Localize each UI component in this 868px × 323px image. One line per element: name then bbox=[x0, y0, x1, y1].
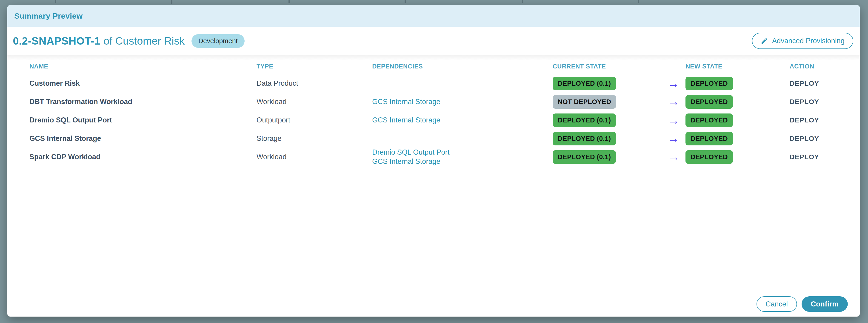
row-new-state-cell: DEPLOYED bbox=[685, 132, 789, 146]
action-label: DEPLOY bbox=[789, 98, 850, 106]
row-dependencies: Dremio SQL Output PortGCS Internal Stora… bbox=[372, 148, 553, 166]
row-type: Outputport bbox=[256, 116, 372, 124]
new-state-badge: DEPLOYED bbox=[685, 77, 733, 90]
table-row: Spark CDP Workload Workload Dremio SQL O… bbox=[29, 148, 850, 166]
current-state-badge: DEPLOYED (0.1) bbox=[553, 114, 616, 127]
confirm-button[interactable]: Confirm bbox=[802, 296, 848, 312]
column-header-type: TYPE bbox=[256, 63, 372, 70]
new-state-badge: DEPLOYED bbox=[685, 150, 733, 164]
row-new-state-cell: DEPLOYED bbox=[685, 150, 789, 164]
current-state-badge: DEPLOYED (0.1) bbox=[553, 77, 616, 90]
advanced-provisioning-button[interactable]: Advanced Provisioning bbox=[752, 33, 853, 49]
current-state-badge: DEPLOYED (0.1) bbox=[553, 150, 616, 164]
dependency-link[interactable]: GCS Internal Storage bbox=[372, 157, 440, 166]
transition-arrow-icon: → bbox=[668, 151, 680, 163]
pencil-icon bbox=[761, 37, 768, 44]
table-header-row: NAME TYPE DEPENDENCIES CURRENT STATE NEW… bbox=[29, 63, 850, 70]
background-glyph-fragment bbox=[55, 0, 56, 3]
row-name: DBT Transformation Workload bbox=[29, 98, 256, 106]
column-header-action: ACTION bbox=[789, 63, 850, 70]
row-current-state-cell: NOT DEPLOYED → bbox=[553, 95, 685, 109]
table-row: Dremio SQL Output Port Outputport GCS In… bbox=[29, 111, 850, 129]
transition-arrow-icon: → bbox=[668, 115, 680, 126]
current-state-badge: DEPLOYED (0.1) bbox=[553, 132, 616, 146]
table-row: Customer Risk Data Product DEPLOYED (0.1… bbox=[29, 74, 850, 93]
table-row: GCS Internal Storage Storage DEPLOYED (0… bbox=[29, 129, 850, 148]
cancel-button[interactable]: Cancel bbox=[756, 296, 797, 312]
background-glyph-fragment bbox=[171, 0, 173, 4]
version-label: 0.2-SNAPSHOT-1 bbox=[13, 35, 100, 47]
row-type: Data Product bbox=[256, 79, 372, 88]
dialog-footer: Cancel Confirm bbox=[7, 291, 860, 317]
column-header-name: NAME bbox=[29, 63, 256, 70]
action-label: DEPLOY bbox=[789, 135, 850, 142]
transition-arrow-icon: → bbox=[668, 133, 680, 144]
dependency-link[interactable]: GCS Internal Storage bbox=[372, 116, 440, 125]
background-glyph-fragment bbox=[405, 0, 406, 3]
row-new-state-cell: DEPLOYED bbox=[685, 77, 789, 90]
row-type: Workload bbox=[256, 153, 372, 161]
column-header-dependencies: DEPENDENCIES bbox=[372, 63, 553, 70]
row-new-state-cell: DEPLOYED bbox=[685, 95, 789, 109]
product-name-label: of Customer Risk bbox=[103, 35, 185, 47]
summary-preview-dialog: Summary Preview 0.2-SNAPSHOT-1 of Custom… bbox=[7, 5, 860, 317]
row-current-state-cell: DEPLOYED (0.1) → bbox=[553, 77, 685, 90]
dialog-header: Summary Preview bbox=[7, 5, 860, 27]
table-body: Customer Risk Data Product DEPLOYED (0.1… bbox=[29, 74, 850, 166]
transition-arrow-icon: → bbox=[668, 78, 680, 89]
row-new-state-cell: DEPLOYED bbox=[685, 114, 789, 127]
new-state-badge: DEPLOYED bbox=[685, 132, 733, 146]
row-current-state-cell: DEPLOYED (0.1) → bbox=[553, 150, 685, 164]
background-glyph-fragment bbox=[288, 0, 290, 3]
dialog-title: Summary Preview bbox=[14, 11, 83, 21]
row-name: Dremio SQL Output Port bbox=[29, 116, 256, 124]
environment-badge: Development bbox=[191, 34, 245, 48]
row-type: Storage bbox=[256, 134, 372, 143]
action-label: DEPLOY bbox=[789, 153, 850, 161]
background-glyph-fragment bbox=[522, 0, 523, 3]
table-row: DBT Transformation Workload Workload GCS… bbox=[29, 93, 850, 111]
transition-arrow-icon: → bbox=[668, 96, 680, 107]
row-dependencies: GCS Internal Storage bbox=[372, 116, 553, 125]
row-name: GCS Internal Storage bbox=[29, 134, 256, 143]
title-divider bbox=[7, 55, 860, 60]
new-state-badge: DEPLOYED bbox=[685, 95, 733, 109]
action-label: DEPLOY bbox=[789, 79, 850, 87]
new-state-badge: DEPLOYED bbox=[685, 114, 733, 127]
row-name: Spark CDP Workload bbox=[29, 153, 256, 161]
dependency-link[interactable]: Dremio SQL Output Port bbox=[372, 148, 450, 157]
column-header-new-state: NEW STATE bbox=[685, 63, 789, 70]
column-header-current-state: CURRENT STATE bbox=[553, 63, 685, 70]
advanced-provisioning-label: Advanced Provisioning bbox=[772, 37, 844, 45]
row-current-state-cell: DEPLOYED (0.1) → bbox=[553, 132, 685, 146]
background-glyph-fragment bbox=[638, 0, 639, 3]
deployment-table: NAME TYPE DEPENDENCIES CURRENT STATE NEW… bbox=[7, 60, 860, 166]
row-current-state-cell: DEPLOYED (0.1) → bbox=[553, 114, 685, 127]
row-name: Customer Risk bbox=[29, 79, 256, 88]
dependency-link[interactable]: GCS Internal Storage bbox=[372, 97, 440, 106]
current-state-badge: NOT DEPLOYED bbox=[553, 95, 616, 109]
row-type: Workload bbox=[256, 98, 372, 106]
dialog-title-row: 0.2-SNAPSHOT-1 of Customer Risk Developm… bbox=[7, 27, 860, 55]
row-dependencies: GCS Internal Storage bbox=[372, 97, 553, 106]
action-label: DEPLOY bbox=[789, 116, 850, 124]
